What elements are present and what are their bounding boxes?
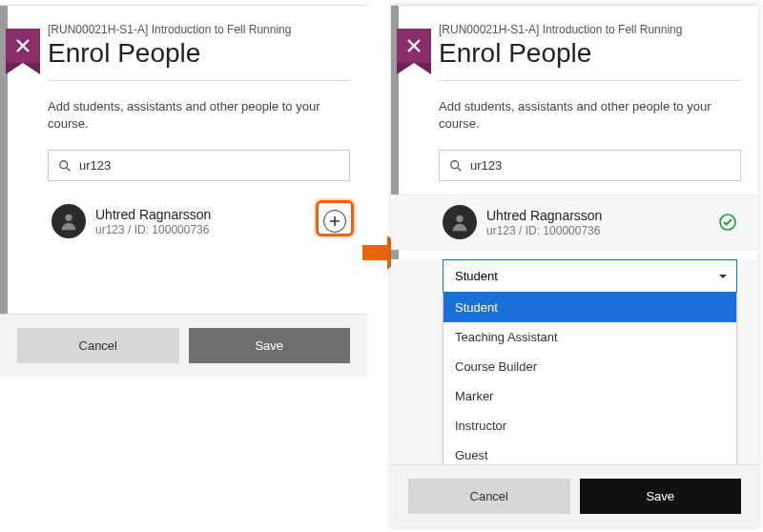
svg-point-5 <box>456 215 463 222</box>
cancel-button[interactable]: Cancel <box>408 479 570 514</box>
page-title: Enrol People <box>439 38 741 69</box>
close-button[interactable] <box>397 29 431 63</box>
helper-text: Add students, assistants and other peopl… <box>48 98 350 133</box>
search-input-wrapper[interactable] <box>439 150 741 181</box>
search-icon <box>449 159 463 173</box>
person-id: ur123 / ID: 100000736 <box>95 223 323 236</box>
role-option-instructor[interactable]: Instructor <box>443 411 736 440</box>
page-title: Enrol People <box>48 38 350 69</box>
person-info: Uhtred Ragnarsson ur123 / ID: 100000736 <box>486 208 718 237</box>
close-icon <box>15 38 31 53</box>
chevron-down-icon <box>719 275 727 278</box>
footer: Cancel Save <box>0 314 367 377</box>
avatar <box>52 204 86 238</box>
course-label: [RUN00021H-S1-A] Introduction to Fell Ru… <box>48 23 350 36</box>
search-input[interactable] <box>79 158 340 173</box>
role-option-student[interactable]: Student <box>443 293 736 322</box>
search-result-row-selected: Uhtred Ragnarsson ur123 / ID: 100000736 <box>391 194 758 250</box>
save-button[interactable]: Save <box>189 328 351 363</box>
close-icon <box>406 38 422 53</box>
search-input-wrapper[interactable] <box>48 150 350 181</box>
person-name: Uhtred Ragnarsson <box>95 207 323 223</box>
close-button[interactable] <box>6 29 40 63</box>
enrol-panel-after: [RUN00021H-S1-A] Introduction to Fell Ru… <box>391 5 758 527</box>
divider <box>439 80 741 81</box>
search-result-row: Uhtred Ragnarsson ur123 / ID: 100000736 <box>48 194 350 248</box>
svg-point-0 <box>60 161 68 169</box>
svg-line-1 <box>67 168 71 172</box>
role-selected-label: Student <box>455 269 498 283</box>
svg-point-2 <box>65 215 72 221</box>
cancel-button[interactable]: Cancel <box>17 328 179 363</box>
role-option-course-builder[interactable]: Course Builder <box>443 352 736 381</box>
person-info: Uhtred Ragnarsson ur123 / ID: 100000736 <box>95 207 323 236</box>
person-icon <box>58 211 79 232</box>
role-option-ta[interactable]: Teaching Assistant <box>443 322 736 352</box>
person-id: ur123 / ID: 100000736 <box>486 224 718 237</box>
panel-content: [RUN00021H-S1-A] Introduction to Fell Ru… <box>439 23 741 464</box>
divider <box>48 80 350 81</box>
save-button[interactable]: Save <box>580 479 742 514</box>
search-input[interactable] <box>470 158 731 173</box>
helper-text: Add students, assistants and other peopl… <box>439 98 741 133</box>
course-label: [RUN00021H-S1-A] Introduction to Fell Ru… <box>439 23 741 36</box>
enrol-panel-before: [RUN00021H-S1-A] Introduction to Fell Ru… <box>0 5 367 377</box>
person-icon <box>449 212 470 233</box>
highlight-box <box>316 200 354 236</box>
role-select[interactable]: Student <box>443 259 737 293</box>
avatar <box>443 205 477 239</box>
footer: Cancel Save <box>391 464 758 527</box>
ribbon-tail <box>6 63 40 74</box>
person-name: Uhtred Ragnarsson <box>486 208 718 224</box>
svg-point-3 <box>451 161 459 169</box>
ribbon-tail <box>397 63 431 74</box>
svg-line-4 <box>458 168 462 172</box>
added-check-icon <box>718 213 737 232</box>
search-icon <box>58 159 72 173</box>
role-option-marker[interactable]: Marker <box>443 381 736 411</box>
